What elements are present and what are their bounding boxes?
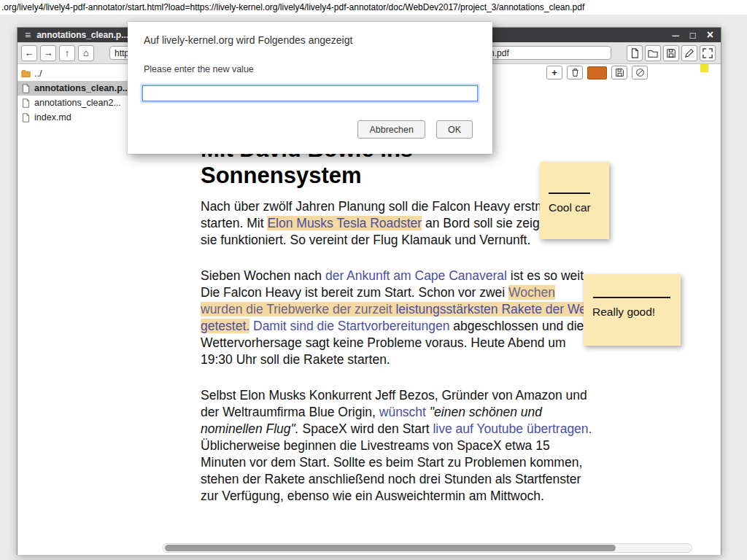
file-icon [21, 113, 31, 122]
add-annotation-button[interactable]: + [546, 66, 562, 79]
home-button[interactable]: ⌂ [78, 45, 94, 61]
window-controls: ─ □ × [673, 29, 713, 41]
pdf-paragraph: Nach über zwölf Jahren Planung soll die … [201, 198, 595, 249]
folder-icon [648, 48, 658, 58]
sticky-note-line [593, 297, 670, 298]
pdf-link[interactable]: live auf Youtube übertragen. [433, 421, 592, 436]
trash-icon [570, 68, 580, 77]
sticky-note-text[interactable]: Cool car [549, 201, 600, 214]
maximize-button[interactable]: □ [690, 31, 696, 40]
folder-icon [21, 69, 31, 79]
new-document-button[interactable] [627, 45, 643, 61]
pdf-document: Mit David Bowie ins Sonnensystem Nach üb… [201, 136, 595, 524]
toolbar-right-icons [627, 45, 717, 61]
browser-address-bar[interactable]: .org/lively4/lively4-pdf-annotator/start… [0, 0, 747, 15]
up-button[interactable]: ↑ [59, 45, 75, 61]
annotation-toolbar: + [546, 66, 648, 79]
menu-icon[interactable]: ≡ [25, 30, 31, 40]
file-icon [21, 98, 31, 108]
file-icon [21, 84, 31, 93]
annotation-highlight[interactable]: Elon Musks Tesla Roadster [267, 216, 422, 230]
prompt-dialog: Auf lively-kernel.org wird Folgendes ang… [128, 22, 492, 154]
ok-button[interactable]: OK [436, 120, 473, 139]
pdf-link[interactable]: wünscht [379, 405, 426, 419]
sticky-note[interactable]: Really good! [584, 274, 681, 346]
dialog-title: Auf lively-kernel.org wird Folgendes ang… [128, 22, 492, 46]
file-label: ../ [34, 69, 42, 79]
pdf-paragraph: Selbst Elon Musks Konkurrent Jeff Bezos,… [201, 387, 595, 505]
pdf-link[interactable]: Damit sind die Startvorbereitungen [249, 319, 449, 333]
document-icon [630, 48, 640, 58]
edit-button[interactable] [681, 45, 697, 61]
delete-annotation-button[interactable] [567, 66, 583, 79]
dialog-buttons: Abbrechen OK [357, 120, 473, 139]
pdf-text-run: SpaceX wird den Start [299, 421, 433, 436]
sticky-note[interactable]: Cool car [540, 162, 609, 239]
dialog-message: Please enter the new value [128, 46, 492, 74]
dialog-input[interactable] [142, 85, 478, 101]
floppy-disk-icon [615, 68, 624, 77]
cancel-icon [635, 68, 645, 77]
pdf-text-run: Üblicherweise beginnen die Livestreams v… [201, 438, 582, 503]
horizontal-scrollbar[interactable] [162, 543, 692, 553]
cancel-button[interactable]: Abbrechen [357, 120, 425, 139]
close-button[interactable]: × [707, 29, 713, 41]
fullscreen-button[interactable] [700, 45, 716, 61]
expand-icon [703, 48, 713, 58]
file-label: annotations_clean.p... [34, 83, 130, 93]
file-label: index.md [34, 112, 71, 122]
annotation-color-swatch[interactable] [587, 66, 607, 79]
pdf-paragraph: Sieben Wochen nach der Ankunft am Cape C… [201, 268, 595, 368]
forward-button[interactable]: → [40, 45, 56, 61]
open-folder-button[interactable] [645, 45, 661, 61]
pdf-link[interactable]: der Ankunft am Cape Canaveral [325, 268, 507, 283]
annotation-marker[interactable] [700, 64, 708, 72]
save-annotations-button[interactable] [611, 66, 627, 79]
floppy-disk-icon [666, 48, 676, 58]
minimize-button[interactable]: ─ [673, 31, 679, 40]
file-label: annotations_clean2... [34, 98, 121, 108]
sticky-note-line [549, 192, 590, 194]
browser-url-text: .org/lively4/lively4-pdf-annotator/start… [1, 2, 584, 12]
pencil-icon [684, 48, 694, 58]
back-button[interactable]: ← [21, 45, 37, 61]
cancel-annotation-button[interactable] [632, 66, 648, 79]
sticky-note-text[interactable]: Really good! [592, 306, 672, 319]
horizontal-scrollbar-thumb[interactable] [165, 545, 616, 551]
save-file-button[interactable] [663, 45, 679, 61]
pdf-text-run: Sieben Wochen nach [201, 268, 325, 283]
